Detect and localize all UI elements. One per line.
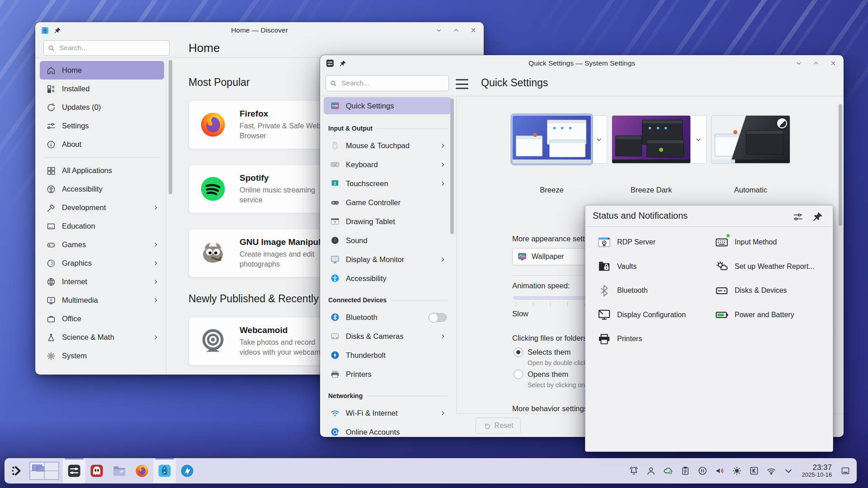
- chevron-right-icon: [152, 333, 160, 341]
- sidebar-item-internet[interactable]: Internet: [40, 272, 164, 291]
- theme-preview-breeze[interactable]: [512, 115, 591, 164]
- sidebar-item-settings[interactable]: Settings: [40, 117, 164, 135]
- scrollbar-thumb[interactable]: [169, 60, 172, 194]
- sidebar-item-science-math[interactable]: Science & Math: [40, 328, 164, 347]
- sidebar-scrollbar-thumb[interactable]: [450, 99, 454, 234]
- keyboard-icon: [330, 160, 340, 169]
- radio-opens-them[interactable]: [514, 370, 523, 379]
- sidebar-item-development[interactable]: Development: [40, 198, 164, 217]
- status-item-disks-devices[interactable]: Disks & Devices: [715, 278, 787, 303]
- weather-icon: [715, 259, 729, 273]
- sidebar-item-all-applications[interactable]: All Applications: [40, 161, 164, 180]
- about-icon: [46, 140, 56, 150]
- sidebar-item-thunderbolt[interactable]: Thunderbolt: [324, 346, 451, 365]
- reset-icon: [483, 422, 491, 430]
- sidebar-item-quick-settings[interactable]: Quick Settings: [324, 97, 451, 114]
- theme-preview-breeze-dark[interactable]: [612, 115, 691, 164]
- kate-k-icon[interactable]: [749, 465, 760, 476]
- pin-button[interactable]: [812, 211, 824, 223]
- sidebar-item-accessibility[interactable]: Accessibility: [324, 269, 451, 288]
- chevron-down-tray-icon[interactable]: [783, 465, 794, 476]
- sidebar-item-bluetooth[interactable]: Bluetooth: [324, 308, 451, 327]
- sidebar-section-connected-devices: Connected Devices: [322, 288, 453, 308]
- status-item-label: Set up Weather Report...: [735, 263, 815, 271]
- status-item-vaults[interactable]: Vaults: [597, 254, 637, 279]
- discover-task[interactable]: [153, 458, 176, 483]
- configure-button[interactable]: [792, 211, 804, 223]
- sidebar-item-graphics[interactable]: Graphics: [40, 254, 164, 272]
- wifi-icon[interactable]: [766, 465, 777, 476]
- pin-icon[interactable]: [54, 27, 61, 34]
- status-item-display-configuration[interactable]: Display Configuration: [597, 303, 686, 327]
- sidebar-item-system[interactable]: System: [40, 347, 164, 365]
- sidebar-item-multimedia[interactable]: Multimedia: [40, 291, 164, 310]
- radio-label[interactable]: Opens them: [528, 370, 568, 379]
- sidebar-item-online-accounts[interactable]: Online Accounts: [324, 422, 451, 437]
- clipboard-icon[interactable]: [680, 465, 691, 476]
- sidebar-item-disks-cameras[interactable]: Disks & Cameras: [324, 327, 451, 346]
- internet-icon: [46, 277, 56, 287]
- radio-sublabel: Select by clicking on i: [528, 381, 588, 389]
- status-item-set-up-weather-report[interactable]: Set up Weather Report...: [715, 254, 815, 279]
- search-input[interactable]: [58, 43, 165, 52]
- virtual-desktop-pager[interactable]: [29, 462, 59, 480]
- discover-search[interactable]: [43, 40, 170, 56]
- firefox-task[interactable]: [131, 458, 153, 483]
- status-item-power-and-battery[interactable]: Power and Battery: [715, 303, 794, 327]
- settings-search[interactable]: [326, 75, 449, 91]
- theme-dropdown-button[interactable]: [691, 115, 707, 164]
- app-launcher-button[interactable]: [9, 461, 26, 481]
- sidebar-item-printers[interactable]: Printers: [324, 365, 451, 384]
- status-item-printers[interactable]: Printers: [597, 327, 642, 351]
- sidebar-item-updates-0[interactable]: Updates (0): [40, 98, 164, 117]
- sidebar-item-touchscreen[interactable]: Touchscreen: [324, 174, 451, 193]
- chevron-right-icon: [439, 256, 447, 263]
- maximize-button[interactable]: [812, 59, 820, 67]
- user-icon[interactable]: [646, 465, 656, 476]
- cloud-sync-icon[interactable]: [663, 465, 674, 476]
- sidebar-item-label: Thunderbolt: [346, 351, 447, 360]
- sidebar-item-keyboard[interactable]: Keyboard: [324, 155, 451, 174]
- sidebar-item-installed[interactable]: Installed: [40, 80, 164, 98]
- radio-selects-them[interactable]: [514, 347, 523, 357]
- minimize-button[interactable]: [795, 59, 803, 67]
- volume-icon[interactable]: [714, 465, 725, 476]
- bluetooth-toggle[interactable]: [429, 313, 447, 322]
- sidebar-item-about[interactable]: About: [40, 135, 164, 154]
- notifications-bell-icon[interactable]: [628, 465, 639, 476]
- theme-dropdown-button[interactable]: [591, 115, 607, 164]
- show-desktop-button[interactable]: [840, 465, 851, 476]
- status-item-input-method[interactable]: Input Method: [715, 230, 777, 254]
- sidebar-item-mouse-touchpad[interactable]: Mouse & Touchpad: [324, 136, 451, 155]
- sidebar-item-accessibility[interactable]: Accessibility: [40, 180, 164, 198]
- radio-label[interactable]: Selects them: [528, 348, 571, 357]
- sidebar-item-label: System: [62, 352, 160, 360]
- theme-preview-automatic[interactable]: [711, 115, 790, 164]
- sidebar-item-wi-fi-internet[interactable]: Wi-Fi & Internet: [324, 404, 451, 422]
- system-settings-task[interactable]: [63, 458, 85, 483]
- system-settings-titlebar[interactable]: Quick Settings — System Settings: [320, 55, 844, 71]
- sidebar-item-education[interactable]: Education: [40, 217, 164, 235]
- sidebar-item-home[interactable]: Home: [40, 61, 164, 80]
- pin-icon[interactable]: [339, 60, 347, 67]
- search-input[interactable]: [340, 79, 445, 88]
- sidebar-item-label: Sound: [346, 236, 447, 245]
- sidebar-item-drawing-tablet[interactable]: Drawing Tablet: [324, 212, 451, 231]
- webcamoid-logo-icon: [198, 326, 228, 356]
- reset-button[interactable]: Reset: [476, 418, 521, 434]
- status-item-bluetooth[interactable]: Bluetooth: [597, 278, 648, 303]
- sidebar-item-office[interactable]: Office: [40, 310, 164, 328]
- file-manager-task[interactable]: [108, 458, 131, 483]
- digital-clock[interactable]: 23:37 2025-10-16: [802, 463, 832, 479]
- sidebar-item-display-monitor[interactable]: Display & Monitor: [324, 250, 451, 269]
- menu-button[interactable]: [454, 78, 470, 90]
- close-button[interactable]: [829, 59, 837, 67]
- sidebar-item-game-controller[interactable]: Game Controller: [324, 193, 451, 212]
- media-pause-icon[interactable]: [697, 465, 708, 476]
- sidebar-item-games[interactable]: Games: [40, 235, 164, 254]
- brightness-icon[interactable]: [731, 465, 742, 476]
- status-item-rdp-server[interactable]: RDP Server: [597, 230, 656, 254]
- ghostwriter-task[interactable]: [85, 458, 108, 483]
- sidebar-item-sound[interactable]: Sound: [324, 231, 451, 250]
- media-app-task[interactable]: [176, 458, 198, 483]
